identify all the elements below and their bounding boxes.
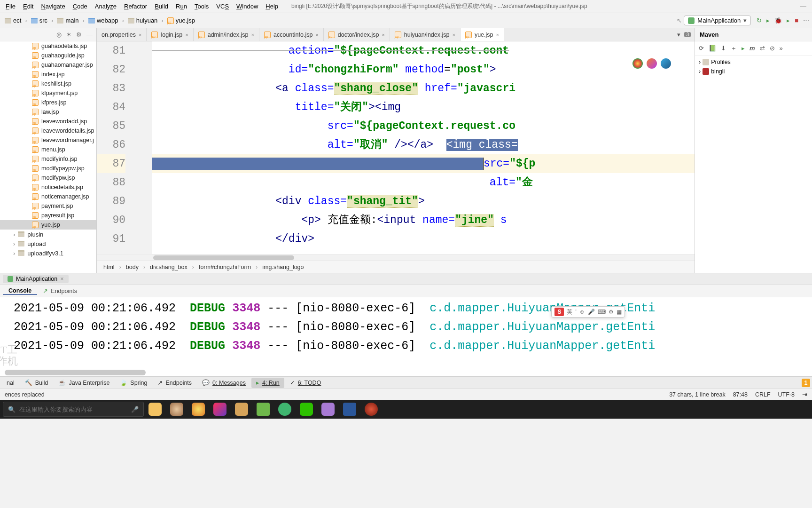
crumb-project[interactable]: ect [3,17,23,24]
generate-icon[interactable]: 📗 [709,45,716,52]
tb-wechat[interactable] [296,400,317,419]
tool-messages[interactable]: 💬0: Messages [197,378,250,388]
project-tree[interactable]: guahaodetails.jsp guahaoguide.jsp guahao… [0,41,96,273]
tool-todo[interactable]: ✓6: TODO [285,378,326,388]
tb-app[interactable] [166,400,187,419]
editor-tab[interactable]: on.properties× [97,28,147,41]
menu-file[interactable]: FFileile [2,0,19,13]
tree-file[interactable]: leavewordmanager.j [0,135,96,145]
crumb[interactable]: img.shang_logo [262,264,304,270]
tool-terminal[interactable]: nal [2,378,19,388]
tool-run[interactable]: ▸4: Run [251,378,284,388]
editor-hscrollbar[interactable] [97,254,695,261]
ime-toolbar[interactable]: S 英 ' ☺ 🎤 ⌨ ⚙ ▦ [551,306,625,318]
menu-tools[interactable]: Tools [191,0,212,13]
ime-logo[interactable]: S [554,308,564,316]
crumb-main[interactable]: main [55,17,80,24]
run-configuration[interactable]: MainApplication ▾ [684,16,751,25]
tree-file[interactable]: law.jsp [0,107,96,117]
crumb-src[interactable]: src [29,17,49,24]
run-icon[interactable]: ▸ [766,17,770,24]
console-hscrollbar[interactable] [5,370,146,375]
editor-tab[interactable]: login.jsp× [147,28,193,41]
tab-console[interactable]: Console [3,287,37,295]
maven-project[interactable]: ›bingli [699,67,808,76]
tb-app[interactable] [231,400,252,419]
event-badge[interactable]: 1 [802,379,810,387]
menu-edit[interactable]: Edit [19,0,37,13]
tb-explorer[interactable] [145,400,165,419]
menu-build[interactable]: Build [151,0,172,13]
ime-mic[interactable]: 🎤 [588,309,595,315]
m-icon[interactable]: m [750,45,755,52]
tree-file[interactable]: noticedetails.jsp [0,183,96,192]
target-icon[interactable]: ◎ [56,31,62,38]
tree-file[interactable]: leavewordadd.jsp [0,117,96,126]
close-icon[interactable]: × [315,32,318,38]
search-input[interactable] [19,406,127,413]
run-app-tab[interactable]: MainApplication × [3,275,69,283]
collapse-icon[interactable]: ⊘ [770,45,775,52]
tree-file[interactable]: payment.jsp [0,201,96,211]
tree-file[interactable]: noticemanager.jsp [0,192,96,201]
tab-endpoints[interactable]: ↗Endpoints [37,287,83,294]
expand-icon[interactable]: ✶ [66,31,71,38]
expand-all-icon[interactable]: » [780,45,783,52]
tree-file[interactable]: keshilist.jsp [0,79,96,88]
crumb-huiyuan[interactable]: huiyuan [126,17,160,24]
editor-tab[interactable]: admin/index.jsp× [194,28,259,41]
crumb[interactable]: html [103,264,115,270]
tool-jee[interactable]: ☕Java Enterprise [54,378,114,388]
crumb[interactable]: div.shang_box [150,264,187,270]
tb-app[interactable] [361,400,382,419]
code-editor[interactable]: 81 82 83 84 85 86 87 88 89 90 91 action=… [97,41,695,254]
tree-dir[interactable]: ›uploadifyv3.1 [0,248,96,258]
editor-tab[interactable]: doctor/index.jsp× [324,28,390,41]
tree-file[interactable]: guahaoguide.jsp [0,51,96,60]
toggle-icon[interactable]: ⇄ [760,45,765,52]
more-icon[interactable]: ⋯ [803,17,809,24]
chevron-down-icon[interactable]: ▾ [677,31,680,38]
ime-keyboard[interactable]: ⌨ [598,309,606,315]
menu-vcs[interactable]: VCS [212,0,233,13]
tree-file[interactable]: guahaomanager.jsp [0,60,96,70]
tree-file[interactable]: modifyinfo.jsp [0,154,96,164]
tree-file[interactable]: payresult.jsp [0,211,96,220]
add-icon[interactable]: ＋ [731,44,737,53]
tree-dir[interactable]: ›plusin [0,230,96,239]
edge-icon[interactable] [661,58,671,69]
status-line-sep[interactable]: CRLF [755,391,771,398]
tree-file[interactable]: leaveworddetails.jsp [0,126,96,135]
tree-dir[interactable]: ›upload [0,239,96,248]
tree-file[interactable]: kfpres.jsp [0,98,96,107]
status-indent-icon[interactable]: ⇥ [802,391,807,398]
tool-build[interactable]: 🔨Build [20,378,53,388]
crumb[interactable]: body [126,264,139,270]
editor-tab[interactable]: huiyuan/index.jsp× [390,28,461,41]
editor-tab[interactable]: accountinfo.jsp× [259,28,324,41]
tree-file[interactable]: menu.jsp [0,145,96,154]
settings-icon[interactable]: ⚙ [76,31,82,38]
tb-app[interactable] [318,400,338,419]
tool-spring[interactable]: 🍃Spring [115,378,152,388]
close-icon[interactable]: × [496,32,499,38]
ime-emoji[interactable]: ☺ [579,309,585,315]
tb-app[interactable] [253,400,273,419]
crumb-webapp[interactable]: webapp [86,17,120,24]
rerun-icon[interactable]: ↻ [757,17,762,24]
reimport-icon[interactable]: ⟳ [699,45,704,52]
menu-refactor[interactable]: Refactor [120,0,151,13]
mic-icon[interactable]: 🎤 [131,406,139,413]
hide-icon[interactable]: — [86,31,93,38]
download-icon[interactable]: ⬇ [721,45,726,52]
menu-analyze[interactable]: Analyze [91,0,120,13]
tree-file[interactable]: index.jsp [0,70,96,79]
chrome-icon[interactable] [632,58,643,69]
maven-profiles[interactable]: ›Profiles [699,57,808,67]
console-output[interactable]: IT工作机 2021-05-09 00:21:06.492 DEBUG 3348… [0,297,812,376]
coverage-icon[interactable]: ▸ [787,17,790,24]
menu-run[interactable]: Run [172,0,191,13]
tb-app[interactable] [188,400,209,419]
close-icon[interactable]: × [251,32,254,38]
minimize-icon[interactable]: — [800,3,806,10]
